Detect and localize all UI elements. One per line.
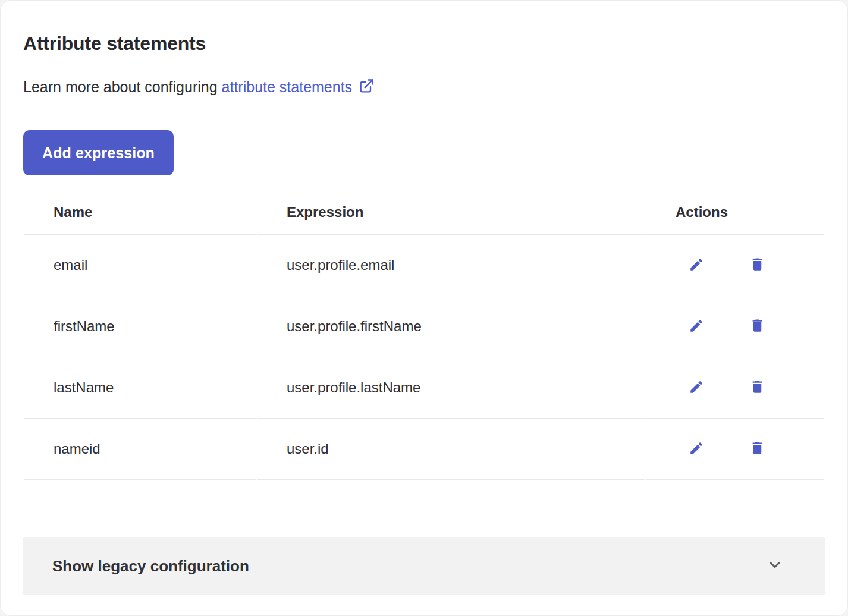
attribute-expression-cell: user.profile.email xyxy=(257,235,645,296)
attribute-statements-link[interactable]: attribute statements xyxy=(222,78,375,95)
add-expression-button[interactable]: Add expression xyxy=(23,130,174,175)
delete-button[interactable] xyxy=(745,315,769,338)
trash-icon xyxy=(749,440,765,458)
pencil-icon xyxy=(689,441,704,458)
external-link-icon xyxy=(358,78,375,99)
column-header-expression: Expression xyxy=(257,190,645,235)
show-legacy-configuration-toggle[interactable]: Show legacy configuration xyxy=(23,537,825,595)
page-title: Attribute statements xyxy=(23,33,825,54)
table-row: nameid user.id xyxy=(24,419,824,480)
table-row: email user.profile.email xyxy=(24,235,824,296)
attribute-expression-cell: user.profile.lastName xyxy=(257,357,645,419)
table-row: lastName user.profile.lastName xyxy=(24,357,824,419)
edit-button[interactable] xyxy=(684,253,708,277)
actions-cell xyxy=(646,419,824,480)
edit-button[interactable] xyxy=(684,437,708,461)
attribute-expression-cell: user.profile.firstName xyxy=(257,296,645,357)
column-header-name: Name xyxy=(24,190,256,235)
attribute-name-cell: email xyxy=(24,235,256,296)
attribute-name-cell: firstName xyxy=(24,296,256,357)
pencil-icon xyxy=(689,318,704,335)
trash-icon xyxy=(749,318,765,335)
pencil-icon xyxy=(689,379,704,397)
delete-button[interactable] xyxy=(745,376,769,400)
panel-content: Attribute statements Learn more about co… xyxy=(1,33,847,595)
learn-more-prefix: Learn more about configuring xyxy=(23,78,218,95)
attribute-name-cell: lastName xyxy=(24,357,256,419)
chevron-down-icon xyxy=(766,556,784,576)
attribute-name-cell: nameid xyxy=(24,419,256,480)
attribute-statements-table: Name Expression Actions email user.profi… xyxy=(23,190,825,480)
attribute-expression-cell: user.id xyxy=(257,419,645,480)
actions-cell xyxy=(646,357,824,419)
actions-cell xyxy=(646,296,824,357)
delete-button[interactable] xyxy=(745,437,769,461)
table-row: firstName user.profile.firstName xyxy=(24,296,824,357)
edit-button[interactable] xyxy=(684,376,708,400)
actions-cell xyxy=(646,235,824,296)
table-header-row: Name Expression Actions xyxy=(24,190,824,235)
trash-icon xyxy=(749,379,765,397)
trash-icon xyxy=(749,256,765,274)
column-header-actions: Actions xyxy=(646,190,824,235)
attribute-statements-panel: Attribute statements Learn more about co… xyxy=(0,0,848,616)
learn-more-link-label: attribute statements xyxy=(222,78,353,95)
pencil-icon xyxy=(689,257,704,274)
delete-button[interactable] xyxy=(745,253,769,277)
edit-button[interactable] xyxy=(684,315,708,338)
legacy-toggle-label: Show legacy configuration xyxy=(52,557,249,576)
learn-more-text: Learn more about configuring attribute s… xyxy=(23,77,825,99)
